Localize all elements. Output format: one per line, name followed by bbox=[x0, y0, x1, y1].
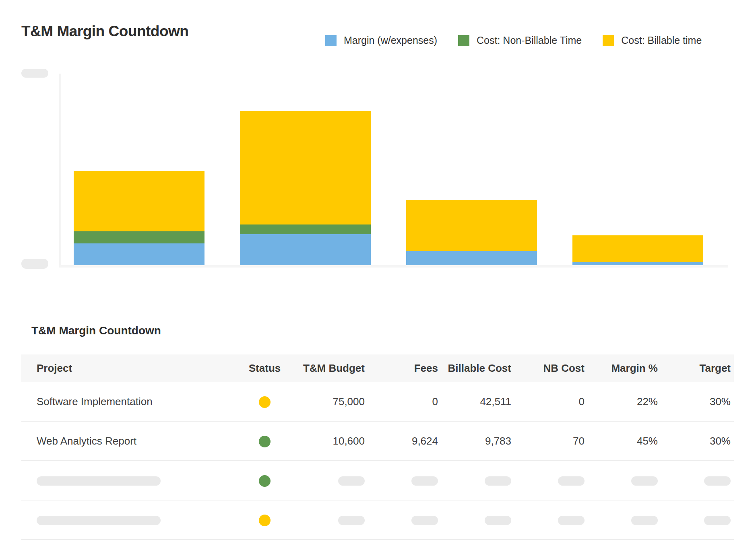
status-dot bbox=[259, 436, 271, 447]
skeleton-pill bbox=[485, 516, 511, 525]
target-value: 30% bbox=[661, 421, 734, 461]
table-header-row: Project Status T&M Budget Fees Billable … bbox=[21, 354, 734, 382]
status-dot bbox=[259, 475, 271, 487]
col-header-billable-cost: Billable Cost bbox=[441, 354, 514, 382]
legend-label: Margin (w/expenses) bbox=[344, 35, 437, 46]
dashboard-page: T&M Margin Countdown Margin (w/expenses)… bbox=[0, 0, 756, 554]
skeleton-pill bbox=[558, 476, 585, 486]
nb-cost-value: 70 bbox=[514, 421, 588, 461]
col-header-project: Project bbox=[21, 354, 227, 382]
bar-segment-billable[interactable] bbox=[74, 171, 204, 231]
skeleton-pill bbox=[631, 516, 658, 525]
bar-segment-margin[interactable] bbox=[572, 262, 703, 265]
legend-item-margin[interactable]: Margin (w/expenses) bbox=[325, 35, 437, 46]
bar-group[interactable] bbox=[74, 171, 204, 265]
fees-value: 0 bbox=[368, 382, 441, 421]
skeleton-pill bbox=[411, 516, 438, 525]
bar-segment-margin[interactable] bbox=[74, 243, 204, 265]
skeleton-pill bbox=[704, 516, 731, 525]
bar-segment-billable[interactable] bbox=[572, 235, 703, 262]
table-title: T&M Margin Countdown bbox=[31, 324, 161, 337]
legend-swatch-billable-icon bbox=[603, 35, 614, 46]
col-header-target: Target bbox=[661, 354, 734, 382]
tm-budget-value: 75,000 bbox=[302, 382, 368, 421]
col-header-nb-cost: NB Cost bbox=[514, 354, 588, 382]
project-name: Web Analytics Report bbox=[21, 421, 227, 461]
status-dot bbox=[259, 515, 271, 526]
bar-segment-margin[interactable] bbox=[240, 234, 371, 265]
stacked-bar-chart bbox=[0, 52, 756, 270]
fees-value: 9,624 bbox=[368, 421, 441, 461]
skeleton-pill bbox=[631, 476, 658, 486]
skeleton-pill bbox=[37, 476, 161, 486]
skeleton-pill bbox=[558, 516, 585, 525]
skeleton-pill bbox=[338, 476, 365, 486]
bar-group[interactable] bbox=[406, 200, 537, 265]
skeleton-pill bbox=[704, 476, 731, 486]
bar-group[interactable] bbox=[572, 235, 703, 265]
legend-swatch-nonbillable-icon bbox=[458, 35, 469, 46]
table-row[interactable]: Web Analytics Report 10,600 9,624 9,783 … bbox=[21, 421, 734, 461]
col-header-status: Status bbox=[227, 354, 302, 382]
billable-cost-value: 42,511 bbox=[441, 382, 514, 421]
legend-label: Cost: Billable time bbox=[621, 35, 702, 46]
margin-countdown-table: Project Status T&M Budget Fees Billable … bbox=[21, 354, 734, 540]
skeleton-pill bbox=[485, 476, 511, 486]
chart-legend: Margin (w/expenses) Cost: Non-Billable T… bbox=[325, 35, 702, 46]
bar-segment-billable[interactable] bbox=[240, 111, 371, 224]
margin-pct-value: 45% bbox=[588, 421, 661, 461]
bar-segment-nb[interactable] bbox=[74, 231, 204, 243]
legend-item-billable[interactable]: Cost: Billable time bbox=[603, 35, 702, 46]
chart-title: T&M Margin Countdown bbox=[21, 23, 188, 40]
nb-cost-value: 0 bbox=[514, 382, 588, 421]
col-header-tm-budget: T&M Budget bbox=[302, 354, 368, 382]
skeleton-pill bbox=[37, 516, 161, 525]
col-header-fees: Fees bbox=[368, 354, 441, 382]
bars-layer bbox=[0, 52, 756, 270]
tm-budget-value: 10,600 bbox=[302, 421, 368, 461]
legend-label: Cost: Non-Billable Time bbox=[477, 35, 582, 46]
skeleton-pill bbox=[411, 476, 438, 486]
table-row-skeleton bbox=[21, 500, 734, 540]
bar-segment-margin[interactable] bbox=[406, 251, 537, 265]
project-name: Software Implementation bbox=[21, 382, 227, 421]
col-header-margin-pct: Margin % bbox=[588, 354, 661, 382]
status-dot bbox=[259, 396, 271, 408]
legend-item-nonbillable[interactable]: Cost: Non-Billable Time bbox=[458, 35, 582, 46]
x-axis-line bbox=[59, 265, 728, 268]
bar-segment-nb[interactable] bbox=[240, 224, 371, 234]
bar-group[interactable] bbox=[240, 111, 371, 265]
table-row-skeleton bbox=[21, 461, 734, 500]
legend-swatch-margin-icon bbox=[325, 35, 337, 46]
billable-cost-value: 9,783 bbox=[441, 421, 514, 461]
margin-pct-value: 22% bbox=[588, 382, 661, 421]
bar-segment-billable[interactable] bbox=[406, 200, 537, 251]
skeleton-pill bbox=[338, 516, 365, 525]
table-row[interactable]: Software Implementation 75,000 0 42,511 … bbox=[21, 382, 734, 421]
target-value: 30% bbox=[661, 382, 734, 421]
